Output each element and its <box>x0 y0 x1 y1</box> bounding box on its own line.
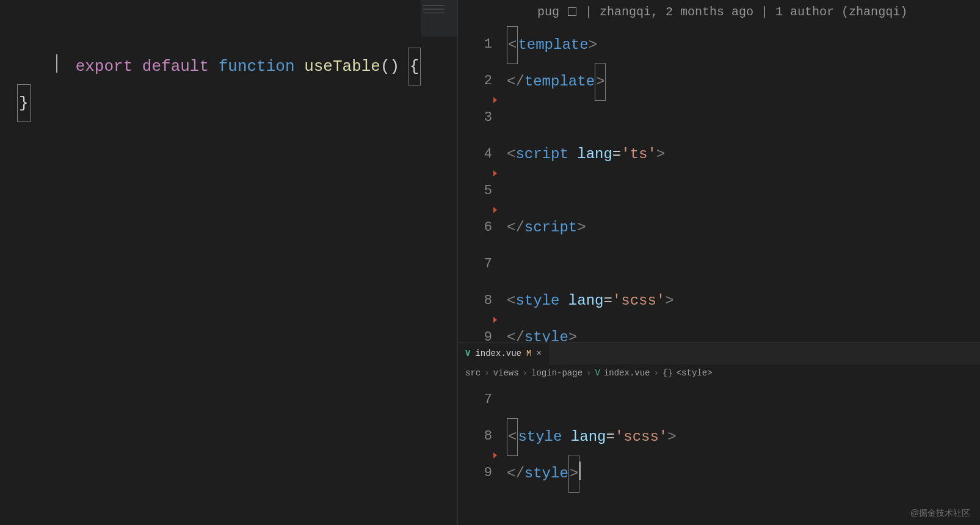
code-line[interactable]: <style lang='scss'> <box>507 283 980 319</box>
right-top-editor[interactable]: pug | zhangqi, 2 months ago | 1 author (… <box>458 0 980 342</box>
chevron-right-icon: › <box>586 368 591 378</box>
chevron-right-icon: › <box>654 368 659 378</box>
code-area[interactable]: 123456789 <template></template><script l… <box>458 26 980 342</box>
line-gutter: 789 <box>458 382 507 525</box>
right-bottom-editor[interactable]: V index.vue M × src › views › login-page… <box>458 342 980 525</box>
code-line[interactable]: <template> <box>507 26 980 63</box>
code-line[interactable]: <script lang='ts'> <box>507 136 980 173</box>
code-line[interactable] <box>18 48 457 84</box>
code-area[interactable]: 789 <style lang='scss'></style> <box>458 382 980 525</box>
code-line[interactable]: <style lang='scss'> <box>507 418 980 455</box>
editor-tab[interactable]: V index.vue M × <box>458 342 549 364</box>
tab-status: M <box>526 349 531 358</box>
code-line[interactable]: </style> <box>507 455 980 491</box>
code-line[interactable]: </script> <box>507 209 980 246</box>
chevron-right-icon: › <box>484 368 489 378</box>
vue-icon: V <box>595 368 600 378</box>
code-line[interactable]: export default function useTable() { <box>18 11 457 48</box>
breadcrumb-item[interactable]: login-page <box>531 368 583 378</box>
right-panes: pug | zhangqi, 2 months ago | 1 author (… <box>458 0 980 525</box>
code-line[interactable] <box>507 382 980 418</box>
tab-bar[interactable]: V index.vue M × <box>458 342 980 364</box>
code-content[interactable]: <style lang='scss'></style> <box>507 382 980 525</box>
code-line[interactable]: </template> <box>507 63 980 100</box>
breadcrumb-item[interactable]: views <box>493 368 519 378</box>
code-symbol-icon: {} <box>662 368 673 378</box>
tab-filename: index.vue <box>475 349 521 358</box>
code-line[interactable]: } <box>18 84 457 121</box>
breadcrumb-item[interactable]: <style> <box>677 368 713 378</box>
vue-icon: V <box>465 349 470 358</box>
left-editor-pane[interactable]: export default function useTable() { } <box>0 0 458 525</box>
breadcrumb-item[interactable]: index.vue <box>604 368 650 378</box>
watermark: @掘金技术社区 <box>910 508 970 519</box>
code-content[interactable]: <template></template><script lang='ts'><… <box>507 26 980 342</box>
line-gutter: 123456789 <box>458 26 507 342</box>
left-code-content[interactable]: export default function useTable() { } <box>0 0 457 121</box>
codelens-blame[interactable]: pug | zhangqi, 2 months ago | 1 author (… <box>458 0 980 26</box>
brace-highlight: } <box>17 84 31 122</box>
chevron-right-icon: › <box>523 368 528 378</box>
code-line[interactable] <box>507 100 980 136</box>
breadcrumb[interactable]: src › views › login-page › V index.vue ›… <box>458 364 980 382</box>
text-cursor <box>56 54 57 73</box>
breadcrumb-item[interactable]: src <box>465 368 481 378</box>
code-line[interactable] <box>507 173 980 209</box>
code-line[interactable]: </style> <box>507 319 980 342</box>
copy-icon[interactable] <box>568 7 576 16</box>
code-line[interactable] <box>507 246 980 283</box>
close-icon[interactable]: × <box>536 349 541 358</box>
